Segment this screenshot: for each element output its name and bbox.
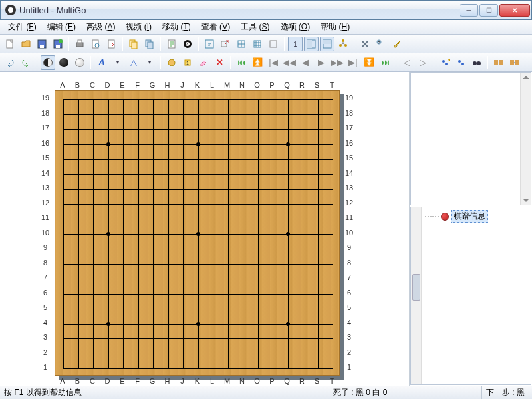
find2-button[interactable] bbox=[454, 55, 468, 70]
col-label: S bbox=[312, 81, 323, 89]
dropdown2-icon[interactable]: ▾ bbox=[142, 55, 157, 70]
menu-view[interactable]: 查看 (V) bbox=[196, 20, 235, 34]
properties-button[interactable] bbox=[164, 37, 179, 51]
play-mode-button[interactable] bbox=[41, 55, 55, 70]
branch-prev-button[interactable]: ◁ bbox=[400, 55, 414, 70]
layout2-button[interactable] bbox=[320, 37, 334, 51]
dim-button[interactable] bbox=[164, 55, 179, 70]
white-stone-button[interactable] bbox=[72, 55, 87, 70]
row-label: 7 bbox=[344, 273, 354, 281]
app-icon bbox=[5, 5, 16, 15]
numbers-one-icon[interactable]: 1 bbox=[288, 37, 303, 51]
settings-button[interactable] bbox=[358, 37, 372, 51]
minimize-button[interactable]: ─ bbox=[460, 4, 478, 17]
menu-video[interactable]: 视频 (I) bbox=[120, 20, 157, 34]
menu-advanced[interactable]: 高级 (A) bbox=[81, 20, 120, 34]
print-button[interactable] bbox=[72, 37, 87, 51]
col-label: G bbox=[147, 377, 158, 385]
black-stone-button[interactable] bbox=[57, 55, 71, 70]
binoculars-icon[interactable] bbox=[469, 55, 484, 70]
nav-first-button[interactable]: ⏮ bbox=[234, 55, 249, 70]
svg-text:1: 1 bbox=[293, 41, 297, 48]
menu-edit[interactable]: 编辑 (E) bbox=[42, 20, 81, 34]
grid1-button[interactable] bbox=[234, 37, 249, 51]
highlight-button[interactable]: 1 bbox=[180, 55, 195, 70]
row-label: 12 bbox=[344, 199, 354, 207]
nav-back10-button[interactable]: |◀ bbox=[266, 55, 281, 70]
new-button[interactable] bbox=[3, 37, 17, 51]
nav-down-button[interactable]: ⏬ bbox=[362, 55, 376, 70]
show-coords-button[interactable]: # bbox=[202, 37, 217, 51]
nav-last-button[interactable]: ⏭ bbox=[378, 55, 392, 70]
tree-scrollbar[interactable] bbox=[411, 207, 422, 384]
eraser-button[interactable] bbox=[196, 55, 211, 70]
letter-a-icon[interactable]: A bbox=[94, 55, 109, 70]
open-button[interactable] bbox=[19, 37, 33, 51]
branch-next-button[interactable]: ▷ bbox=[416, 55, 430, 70]
game-tree[interactable]: ⋯⋯ 棋谱信息 bbox=[422, 207, 531, 384]
svg-text:1: 1 bbox=[186, 61, 189, 65]
find-button[interactable]: ★ bbox=[438, 55, 452, 70]
go-board[interactable]: AABBCCDDEEFFGGHHJJKKLLMMNNOOPPQQRRSSTT19… bbox=[33, 78, 360, 386]
save-button[interactable] bbox=[35, 37, 49, 51]
grid3-button[interactable] bbox=[266, 37, 281, 51]
redo-button[interactable] bbox=[19, 55, 33, 70]
export-button[interactable] bbox=[104, 37, 119, 51]
row-label: 14 bbox=[40, 169, 51, 177]
col-label: D bbox=[102, 81, 113, 89]
nav-rewind-button[interactable]: ◀◀ bbox=[282, 55, 297, 70]
svg-text:#: # bbox=[208, 41, 211, 47]
copy-sgf-button[interactable] bbox=[142, 37, 157, 51]
nav-fwd10-button[interactable]: ▶| bbox=[346, 55, 360, 70]
comment-panel[interactable] bbox=[410, 72, 531, 205]
tree-button[interactable] bbox=[336, 37, 350, 51]
menu-file[interactable]: 文件 (F) bbox=[3, 20, 42, 34]
row-label: 11 bbox=[40, 213, 51, 221]
svg-rect-46 bbox=[499, 60, 503, 65]
row-label: 9 bbox=[344, 243, 354, 251]
saveas-button[interactable] bbox=[51, 37, 65, 51]
dropdown-icon[interactable]: ▾ bbox=[110, 55, 125, 70]
col-label: A bbox=[57, 377, 68, 385]
row-label: 17 bbox=[40, 124, 51, 132]
tree-root-node[interactable]: ⋯⋯ 棋谱信息 bbox=[424, 210, 488, 223]
nav-prev-button[interactable]: ◀ bbox=[298, 55, 313, 70]
col-label: M bbox=[222, 81, 233, 89]
double-board1-button[interactable] bbox=[491, 55, 506, 70]
preview-button[interactable] bbox=[88, 37, 103, 51]
delete-button[interactable]: ✕ bbox=[212, 55, 227, 70]
col-label: L bbox=[207, 81, 217, 89]
svg-rect-24 bbox=[270, 41, 277, 47]
status-next: 下一步 : 黑 bbox=[482, 386, 532, 399]
double-board2-button[interactable] bbox=[507, 55, 522, 70]
nav-up-button[interactable]: ⏫ bbox=[250, 55, 265, 70]
col-label: N bbox=[237, 377, 247, 385]
triangle-mark-button[interactable]: △ bbox=[126, 55, 141, 70]
help-button[interactable]: ? bbox=[374, 37, 388, 51]
menu-options[interactable]: 选项 (O) bbox=[275, 20, 316, 34]
row-label: 4 bbox=[344, 319, 354, 327]
close-button[interactable]: ✕ bbox=[499, 4, 530, 17]
col-label: J bbox=[177, 81, 188, 89]
svg-rect-47 bbox=[510, 60, 514, 65]
guitar-icon[interactable] bbox=[390, 37, 404, 51]
svg-rect-48 bbox=[515, 60, 519, 65]
menu-move[interactable]: 移动 (T) bbox=[157, 20, 196, 34]
status-captures: 死子 : 黑 0 白 0 bbox=[329, 386, 482, 399]
col-label: C bbox=[87, 81, 98, 89]
comment-scrollbar[interactable] bbox=[520, 73, 531, 205]
grid2-button[interactable] bbox=[250, 37, 265, 51]
nav-forward-button[interactable]: ▶▶ bbox=[330, 55, 344, 70]
maximize-button[interactable]: ☐ bbox=[479, 4, 498, 17]
nav-next-button[interactable]: ▶ bbox=[314, 55, 329, 70]
menu-help[interactable]: 帮助 (H) bbox=[315, 20, 355, 34]
menu-tools[interactable]: 工具 (S) bbox=[235, 20, 275, 34]
undo-button[interactable] bbox=[3, 55, 17, 70]
copy-board-button[interactable] bbox=[126, 37, 141, 51]
row-label: 9 bbox=[40, 243, 51, 251]
eight-ball-icon[interactable]: 8 bbox=[180, 37, 195, 51]
layout1-button[interactable] bbox=[304, 37, 319, 51]
svg-rect-6 bbox=[76, 43, 83, 47]
row-label: 15 bbox=[344, 154, 354, 162]
launch-button[interactable] bbox=[218, 37, 233, 51]
